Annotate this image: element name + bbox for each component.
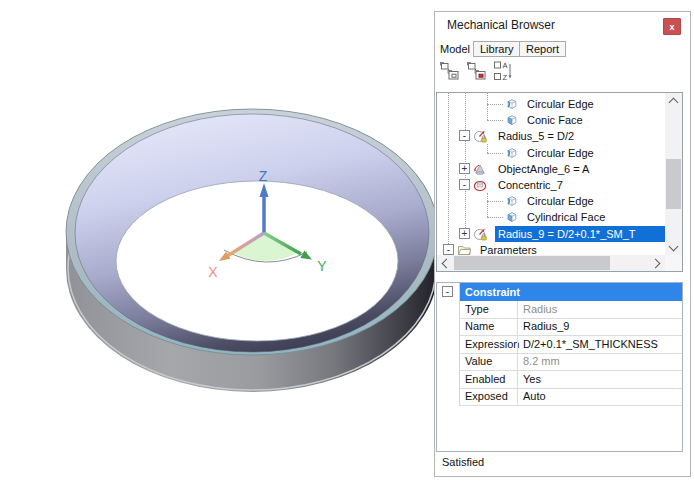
tree-item-label: Conic Face (527, 112, 583, 128)
tree-item-label: Radius_5 = D/2 (498, 128, 574, 144)
mechanical-browser-panel: Mechanical Browser x Model Library Repor… (434, 11, 691, 477)
radius-constraint-icon (473, 227, 487, 241)
property-label: Value (465, 353, 492, 369)
status-text: Satisfied (442, 456, 484, 468)
model-tree: Circular Edge Conic Face - (436, 92, 683, 272)
column-divider (517, 371, 518, 388)
column-divider (517, 388, 518, 405)
column-divider (517, 318, 518, 335)
circular-edge-icon (505, 194, 519, 208)
tree-item[interactable]: + ObjectAngle_6 = A (437, 161, 665, 177)
property-value: Yes (523, 371, 541, 387)
application-window: X Y Z Mechanical Browser x Model Library… (0, 0, 695, 493)
expand-toggle[interactable]: - (459, 179, 470, 190)
angle-constraint-icon (473, 162, 487, 176)
scroll-up-button[interactable] (665, 93, 682, 108)
tree-item[interactable]: Cylindrical Face (437, 209, 665, 225)
insert-component-icon[interactable] (439, 60, 461, 82)
panel-title: Mechanical Browser (447, 18, 555, 32)
tree-item-label: Cylindrical Face (527, 209, 605, 225)
circular-edge-icon (505, 146, 519, 160)
grid-row[interactable]: Expression D/2+0.1*_SM_THICKNESS (459, 336, 682, 354)
vertical-scroll-thumb[interactable] (666, 159, 681, 209)
expand-toggle[interactable]: + (459, 228, 470, 239)
property-value: 8.2 mm (523, 353, 560, 369)
property-label: Type (465, 301, 489, 317)
scroll-left-button[interactable] (437, 255, 452, 271)
grid-header: Constraint (459, 283, 682, 301)
expand-toggle[interactable]: + (459, 163, 470, 174)
column-divider (517, 336, 518, 353)
property-value: Radius (523, 301, 557, 317)
concentric-constraint-icon (473, 178, 487, 192)
grid-row[interactable]: Value 8.2 mm (459, 353, 682, 371)
insert-component-local-icon[interactable] (466, 60, 488, 82)
cylindrical-face-icon (505, 210, 519, 224)
tree-item-selected[interactable]: + Radius_9 = D/2+0.1*_SM_T (437, 226, 665, 242)
conic-face-icon (505, 113, 519, 127)
property-value: Radius_9 (523, 318, 569, 334)
expand-toggle[interactable]: - (459, 130, 470, 141)
radius-constraint-icon (473, 129, 487, 143)
property-value: Auto (523, 388, 546, 404)
expand-toggle[interactable]: - (443, 244, 454, 255)
z-axis-label: Z (259, 168, 268, 184)
close-icon: x (669, 22, 674, 32)
close-button[interactable]: x (663, 18, 681, 35)
tab-model[interactable]: Model (440, 42, 470, 57)
column-divider (517, 301, 518, 318)
sort-letter-z: Z (503, 73, 508, 82)
scroll-down-button[interactable] (665, 240, 682, 255)
property-label: Name (465, 318, 494, 334)
tree-item-label: ObjectAngle_6 = A (498, 161, 589, 177)
sort-alphabetical-icon[interactable]: A Z (493, 60, 515, 82)
tree-item[interactable]: Conic Face (437, 112, 665, 128)
tree-item[interactable]: Circular Edge (437, 193, 665, 209)
tree-item[interactable]: Circular Edge (437, 145, 665, 161)
sort-letter-a: A (503, 61, 508, 70)
grid-row[interactable]: Exposed Auto (459, 388, 682, 406)
scroll-right-button[interactable] (649, 255, 664, 271)
property-label: Enabled (465, 371, 505, 387)
property-label: Expression (465, 336, 519, 352)
tree-item[interactable]: - Concentric_7 (437, 177, 665, 193)
tree-vertical-scrollbar[interactable] (665, 93, 682, 255)
browser-toolbar: A Z (439, 60, 515, 82)
tree-item-label: Circular Edge (527, 193, 594, 209)
property-label: Exposed (465, 388, 508, 404)
grid-row[interactable]: Enabled Yes (459, 371, 682, 389)
tree-item[interactable]: - Radius_5 = D/2 (437, 128, 665, 144)
grid-row[interactable]: Name Radius_9 (459, 318, 682, 336)
collapse-toggle[interactable]: - (442, 286, 453, 297)
tree-item[interactable]: Circular Edge (437, 96, 665, 112)
x-axis-label: X (208, 264, 218, 280)
property-value: D/2+0.1*_SM_THICKNESS (523, 336, 658, 352)
scrollbar-corner (665, 255, 682, 271)
tree-item-label: Circular Edge (527, 96, 594, 112)
column-divider (517, 353, 518, 370)
tree-item-label: Circular Edge (527, 145, 594, 161)
tab-report[interactable]: Report (519, 41, 566, 57)
circular-edge-icon (505, 97, 519, 111)
constraint-property-grid: - Constraint Type Radius Name Radius_9 E… (436, 282, 683, 452)
tree-item-label: Concentric_7 (498, 177, 563, 193)
tab-library[interactable]: Library (473, 41, 521, 57)
horizontal-scroll-thumb[interactable] (454, 256, 610, 270)
grid-row[interactable]: Type Radius (459, 301, 682, 319)
y-axis-label: Y (317, 258, 327, 274)
tree-item-label: Radius_9 = D/2+0.1*_SM_T (495, 226, 665, 242)
tree-horizontal-scrollbar[interactable] (437, 255, 665, 271)
